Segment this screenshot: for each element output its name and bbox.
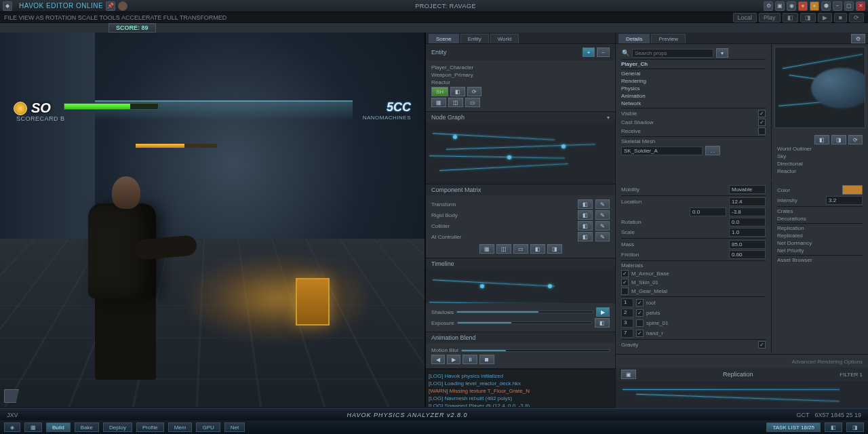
filter-label[interactable]: FILTER 1: [840, 372, 863, 378]
menu-chip[interactable]: ◨: [800, 13, 816, 22]
menu-chip-local[interactable]: Local: [733, 13, 757, 22]
outliner-item[interactable]: Reactor: [777, 168, 863, 174]
material-slot[interactable]: M_Gear_Metal: [621, 288, 766, 295]
menu-chip-reload[interactable]: ⟳: [849, 13, 864, 22]
category-item[interactable]: Physics: [621, 85, 766, 92]
material-slot[interactable]: M_Skin_01: [621, 279, 766, 286]
advanced-label[interactable]: Advanced Rendering Options: [621, 359, 863, 365]
mesh-field[interactable]: [621, 146, 703, 155]
tab-entity[interactable]: Entity: [460, 34, 489, 43]
menu-items[interactable]: FILE VIEW AS ROTATION SCALE TOOLS ACCELE…: [4, 14, 226, 21]
game-viewport[interactable]: SO SCORECARD B 5CC NANOMACHINES: [0, 33, 426, 407]
iconbar-btn[interactable]: ◧: [530, 244, 545, 254]
view-icon[interactable]: ⟳: [848, 135, 863, 144]
tray-icon[interactable]: ●: [798, 1, 808, 11]
tab-details[interactable]: Details: [618, 34, 650, 43]
task-chip-bake[interactable]: Bake: [75, 422, 99, 432]
net-prop[interactable]: Replicated: [777, 233, 863, 239]
icon-button[interactable]: ◧: [450, 87, 465, 96]
prop-receive[interactable]: Receive: [621, 127, 766, 135]
y-field[interactable]: [690, 208, 726, 216]
icon-button[interactable]: ⏹: [479, 355, 494, 364]
footer-graph[interactable]: [616, 381, 868, 408]
gravity-checkbox[interactable]: [758, 341, 766, 349]
menu-chip-stop[interactable]: ■: [834, 13, 847, 22]
output-console[interactable]: [LOG] Havok physics initialized [LOG] Lo…: [426, 369, 615, 407]
prop-visible[interactable]: Visible: [621, 110, 766, 117]
icon-button[interactable]: ▭: [465, 98, 480, 107]
checkbox[interactable]: [758, 110, 766, 117]
menu-chip-run[interactable]: ▶: [818, 13, 832, 22]
tray-icon[interactable]: ◉: [787, 1, 796, 11]
add-button[interactable]: +: [583, 47, 595, 57]
outliner-item[interactable]: Decorations: [777, 216, 863, 222]
outliner-item[interactable]: Crates: [777, 208, 863, 214]
intensity-field[interactable]: [826, 196, 863, 205]
mesh-preview[interactable]: [774, 47, 865, 128]
iconbar-btn[interactable]: ◫: [496, 244, 511, 254]
icon-button[interactable]: ▦: [431, 98, 446, 107]
slider-shadows[interactable]: Shadows▶: [431, 307, 610, 317]
view-icon[interactable]: ◧: [814, 135, 829, 144]
color-swatch[interactable]: [842, 185, 863, 195]
outliner-item[interactable]: Sky: [777, 153, 863, 159]
mobility-field[interactable]: [729, 185, 766, 194]
task-chip[interactable]: ◧: [825, 422, 842, 432]
iconbar-btn[interactable]: ◨: [547, 244, 562, 254]
iconbar-btn[interactable]: ▦: [479, 244, 494, 254]
entity-item[interactable]: Player_Character: [431, 64, 610, 71]
slider-exposure[interactable]: Exposure◧: [431, 318, 610, 328]
matrix-row[interactable]: Rigid Body◧✎: [431, 210, 610, 220]
material-slot[interactable]: M_Armor_Base: [621, 270, 766, 277]
bone-row[interactable]: 2pelvis: [621, 309, 766, 317]
matrix-row[interactable]: AI Controller◧✎: [431, 232, 610, 241]
icon-button[interactable]: ⟳: [467, 87, 481, 96]
minimize-icon[interactable]: −: [833, 1, 842, 11]
task-chip-build[interactable]: Build: [46, 422, 71, 432]
tray-icon[interactable]: ⬢: [821, 1, 831, 11]
tray-icon[interactable]: ▣: [775, 1, 785, 11]
category-item[interactable]: General: [621, 71, 766, 77]
iconbar-btn[interactable]: ▭: [513, 244, 528, 254]
slider-motion[interactable]: Motion Blur: [431, 347, 610, 353]
task-chip-net[interactable]: Net: [224, 422, 245, 432]
icon-button[interactable]: ▶: [447, 355, 460, 364]
checkbox[interactable]: [758, 127, 766, 135]
net-prop[interactable]: Net Priority: [777, 248, 863, 254]
task-chip[interactable]: ▦: [24, 422, 42, 432]
node-graph[interactable]: [426, 123, 615, 184]
close-icon[interactable]: ✕: [856, 1, 865, 11]
checkbox[interactable]: [758, 119, 766, 126]
outliner-item[interactable]: Directional: [777, 161, 863, 167]
browse-button[interactable]: …: [705, 146, 720, 155]
user-avatar[interactable]: [118, 1, 127, 11]
tab-world[interactable]: World: [490, 34, 519, 43]
category-item[interactable]: Animation: [621, 93, 766, 99]
icon-button[interactable]: ⏸: [462, 355, 477, 364]
entity-item[interactable]: Weapon_Primary: [431, 72, 610, 78]
collapse-icon[interactable]: ▣: [621, 370, 636, 379]
task-chip[interactable]: ◨: [846, 422, 864, 432]
net-prop[interactable]: Net Dormancy: [777, 240, 863, 246]
prop-castshadow[interactable]: Cast Shadow: [621, 119, 766, 126]
entity-item[interactable]: Reactor: [431, 79, 610, 85]
section-nodegraph-header[interactable]: Node Graph: [431, 114, 465, 121]
icon-button[interactable]: ◫: [448, 98, 463, 107]
app-icon[interactable]: ◆: [3, 1, 12, 11]
icon-button[interactable]: ◀: [431, 355, 445, 364]
gear-icon[interactable]: ⚙: [851, 34, 865, 43]
section-matrix-header[interactable]: Component Matrix: [431, 186, 481, 193]
section-timeline-header[interactable]: Timeline: [431, 260, 454, 267]
category-item[interactable]: Network: [621, 100, 766, 106]
matrix-row[interactable]: Transform◧✎: [431, 199, 610, 209]
maximize-icon[interactable]: ▢: [844, 1, 854, 11]
menu-chip[interactable]: ◧: [783, 13, 798, 22]
task-chip-gpu[interactable]: GPU: [196, 422, 220, 432]
timeline-graph[interactable]: [426, 269, 615, 303]
category-item[interactable]: Rendering: [621, 78, 766, 84]
section-anim-header[interactable]: Animation Blend: [431, 334, 476, 341]
apply-button[interactable]: SH: [431, 87, 448, 96]
task-list-label[interactable]: TASK LIST 18/25: [766, 422, 821, 432]
menu-chip-play[interactable]: Play: [759, 13, 781, 22]
remove-button[interactable]: −: [597, 47, 610, 57]
